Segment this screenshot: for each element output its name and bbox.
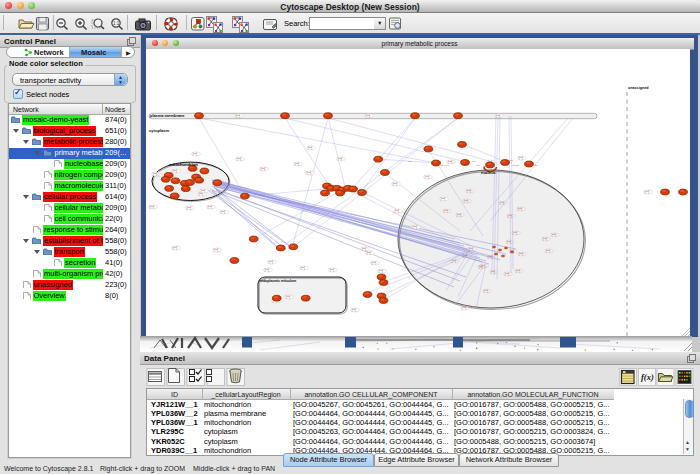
svg-text:[•••]: [•••] bbox=[499, 201, 504, 205]
svg-text:[•••]: [•••] bbox=[507, 214, 512, 218]
svg-text:[•••]: [•••] bbox=[517, 207, 522, 211]
svg-text:[•••]: [•••] bbox=[300, 266, 305, 270]
svg-text:[•••]: [•••] bbox=[366, 251, 371, 255]
svg-text:unassigned: unassigned bbox=[628, 85, 649, 89]
svg-text:[•••]: [•••] bbox=[192, 152, 197, 156]
svg-text:[•••]: [•••] bbox=[466, 189, 471, 193]
svg-text:[•••]: [•••] bbox=[200, 189, 205, 193]
svg-text:[•••]: [•••] bbox=[186, 206, 191, 210]
svg-text:[•••]: [•••] bbox=[483, 289, 488, 293]
svg-text:[•••]: [•••] bbox=[515, 269, 520, 273]
svg-text:[•••]: [•••] bbox=[551, 233, 556, 237]
svg-text:[•••]: [•••] bbox=[220, 210, 225, 214]
svg-text:[•••]: [•••] bbox=[512, 231, 517, 235]
svg-text:cytoplasm: cytoplasm bbox=[149, 127, 170, 132]
svg-text:[•••]: [•••] bbox=[468, 247, 473, 251]
svg-text:[•••]: [•••] bbox=[306, 171, 311, 175]
svg-text:plasma membrane: plasma membrane bbox=[150, 113, 185, 118]
svg-text:[•••]: [•••] bbox=[268, 260, 273, 264]
svg-text:[•••]: [•••] bbox=[478, 265, 483, 269]
svg-text:[•••]: [•••] bbox=[476, 163, 480, 166]
svg-text:[•••]: [•••] bbox=[495, 113, 500, 117]
svg-text:[•••]: [•••] bbox=[172, 169, 177, 173]
svg-text:[•••]: [•••] bbox=[456, 213, 461, 217]
svg-text:[•••]: [•••] bbox=[337, 157, 342, 161]
svg-text:[•••]: [•••] bbox=[518, 156, 523, 160]
svg-text:[•••]: [•••] bbox=[365, 113, 370, 117]
svg-text:[•••]: [•••] bbox=[487, 255, 492, 259]
svg-text:[•••]: [•••] bbox=[534, 163, 538, 166]
svg-text:[•••]: [•••] bbox=[509, 158, 513, 161]
svg-text:[•••][••]: [•••][••] bbox=[512, 163, 519, 166]
svg-text:[•••]: [•••] bbox=[361, 247, 366, 251]
svg-text:[•••]: [•••] bbox=[236, 157, 241, 161]
svg-text:[•••]: [•••] bbox=[463, 199, 468, 203]
svg-text:[•••]: [•••] bbox=[307, 146, 312, 150]
svg-text:[•••]: [•••] bbox=[207, 205, 212, 209]
svg-text:[•••]: [•••] bbox=[285, 295, 290, 299]
svg-text:1:1: 1:1 bbox=[113, 21, 120, 26]
svg-text:[•••]: [•••] bbox=[462, 254, 467, 258]
svg-text:[•••]: [•••] bbox=[408, 160, 412, 163]
svg-text:[•••]: [•••] bbox=[294, 162, 299, 166]
svg-text:[•••]: [•••] bbox=[371, 261, 376, 265]
svg-text:[•••]: [•••] bbox=[451, 259, 456, 263]
svg-text:[•••]: [•••] bbox=[518, 252, 523, 256]
svg-text:[•••]: [•••] bbox=[394, 209, 399, 213]
svg-text:[•••]: [•••] bbox=[152, 172, 157, 176]
svg-text:[•••]: [•••] bbox=[504, 272, 509, 276]
svg-text:[•••]: [•••] bbox=[149, 205, 154, 209]
svg-text:mitochondrion: mitochondrion bbox=[169, 161, 198, 166]
svg-text:[•••]: [•••] bbox=[644, 190, 649, 194]
svg-text:[•••]: [•••] bbox=[412, 225, 417, 229]
svg-text:[•••]: [•••] bbox=[443, 209, 448, 213]
svg-text:[•••][•••]: [•••][•••] bbox=[441, 163, 449, 166]
svg-text:[•••]: [•••] bbox=[440, 197, 445, 201]
svg-text:[•••]: [•••] bbox=[490, 270, 495, 274]
svg-text:[•••]: [•••] bbox=[235, 113, 240, 117]
svg-text:[•••]: [•••] bbox=[329, 268, 334, 272]
svg-text:[•••]: [•••] bbox=[392, 182, 397, 186]
svg-text:[•••]: [•••] bbox=[424, 175, 429, 179]
svg-text:endoplasmic reticulum: endoplasmic reticulum bbox=[259, 279, 296, 283]
svg-text:[•••]: [•••] bbox=[542, 237, 547, 241]
svg-text:[•••]: [•••] bbox=[172, 246, 177, 250]
svg-text:[•••]: [•••] bbox=[260, 167, 265, 171]
svg-text:nucleus: nucleus bbox=[481, 169, 496, 174]
svg-text:f(x): f(x) bbox=[641, 372, 654, 382]
svg-text:[•••]: [•••] bbox=[378, 269, 383, 273]
svg-text:[•••]: [•••] bbox=[213, 248, 218, 252]
svg-text:[•••]: [•••] bbox=[506, 240, 511, 244]
svg-text:[•••]: [•••] bbox=[351, 308, 356, 312]
svg-text:[•••]: [•••] bbox=[264, 268, 269, 272]
svg-text:[•••]: [•••] bbox=[461, 306, 466, 310]
svg-text:[•••]: [•••] bbox=[545, 249, 550, 253]
